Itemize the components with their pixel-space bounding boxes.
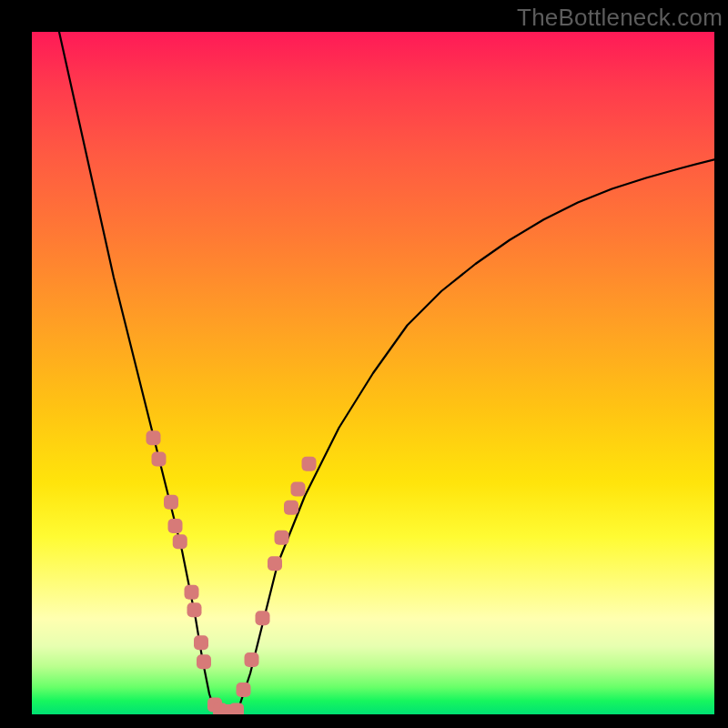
plot-area — [32, 32, 714, 714]
data-point — [164, 495, 178, 510]
data-point — [245, 652, 259, 667]
data-point — [268, 556, 282, 571]
data-point — [197, 654, 211, 669]
data-point — [291, 482, 306, 497]
chart-frame: TheBottleneck.com — [0, 0, 728, 728]
data-point — [168, 519, 183, 533]
data-point — [237, 682, 251, 697]
left-branch-dots — [147, 430, 239, 714]
data-point — [229, 703, 244, 715]
data-point — [256, 611, 270, 625]
data-point — [302, 457, 317, 471]
data-point — [275, 531, 289, 545]
data-point — [284, 500, 298, 515]
data-point — [187, 602, 202, 617]
bottleneck-curve — [59, 32, 714, 714]
data-point — [147, 430, 161, 445]
data-point — [185, 585, 199, 600]
data-point — [173, 534, 187, 549]
data-point — [152, 452, 167, 467]
data-point — [194, 635, 208, 650]
chart-svg — [32, 32, 714, 714]
watermark-text: TheBottleneck.com — [517, 4, 723, 32]
